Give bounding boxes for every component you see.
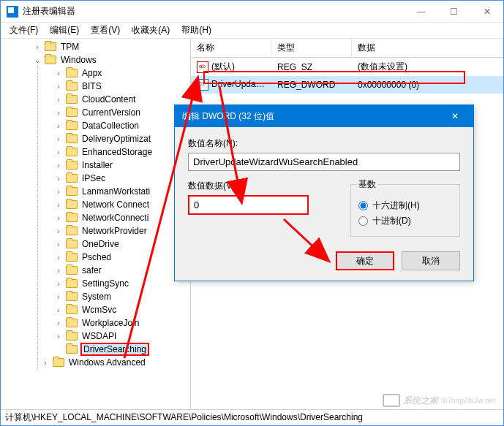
window-controls: — ☐ ✕	[405, 1, 503, 23]
tree-item[interactable]: ›DeliveryOptimizat	[51, 132, 190, 145]
tree-item[interactable]: ›SettingSync	[51, 277, 190, 290]
tree-item[interactable]: ›BITS	[51, 80, 190, 93]
base-fieldset: 基数 十六进制(H) 十进制(D)	[350, 178, 460, 237]
statusbar: 计算机\HKEY_LOCAL_MACHINE\SOFTWARE\Policies…	[1, 409, 503, 425]
value-name-input[interactable]	[188, 153, 460, 171]
column-type[interactable]: 类型	[271, 39, 352, 57]
tree-item[interactable]: ›safer	[51, 264, 190, 277]
tree-item[interactable]: ›Network Connect	[51, 198, 190, 211]
base-legend: 基数	[357, 178, 377, 191]
tree-item[interactable]: ›WorkplaceJoin	[51, 316, 190, 330]
tree-item[interactable]: ›NetworkProvider	[51, 224, 190, 237]
list-header: 名称 类型 数据	[191, 39, 503, 58]
status-path: 计算机\HKEY_LOCAL_MACHINE\SOFTWARE\Policies…	[5, 411, 363, 424]
tree-item[interactable]: ›WSDAPI	[51, 330, 190, 343]
column-data[interactable]: 数据	[352, 39, 503, 57]
close-button[interactable]: ✕	[470, 1, 503, 23]
dialog-close-button[interactable]: ✕	[444, 105, 466, 127]
radio-hex-input[interactable]	[358, 201, 368, 210]
menubar: 文件(F) 编辑(E) 查看(V) 收藏夹(A) 帮助(H)	[1, 23, 503, 39]
folder-icon	[45, 42, 56, 51]
radio-dec[interactable]: 十进制(D)	[358, 215, 452, 227]
radio-hex[interactable]: 十六进制(H)	[358, 199, 452, 212]
value-data-input[interactable]	[188, 195, 309, 215]
value-data-label: 数值数据(V):	[188, 180, 336, 192]
tree-item[interactable]: ›Installer	[51, 159, 190, 172]
tree-item[interactable]: ›System	[51, 290, 190, 303]
column-name[interactable]: 名称	[191, 39, 271, 57]
folder-icon	[45, 56, 56, 64]
tree-item[interactable]: ›CurrentVersion	[51, 106, 190, 119]
list-row[interactable]: DriverUpdate...REG_DWORD0x00000000 (0)	[191, 76, 503, 94]
maximize-button[interactable]: ☐	[437, 1, 470, 23]
tree-item[interactable]: ›DataCollection	[51, 119, 190, 132]
tree-item[interactable]: ›Psched	[51, 251, 190, 264]
list-row[interactable]: (默认)REG_SZ(数值未设置)	[191, 58, 503, 76]
menu-help[interactable]: 帮助(H)	[176, 23, 217, 38]
cancel-button[interactable]: 取消	[402, 251, 460, 270]
watermark-logo-icon	[383, 394, 400, 407]
tree-item[interactable]: ›Windows Advanced	[38, 356, 190, 369]
dialog-title: 编辑 DWORD (32 位)值	[182, 110, 444, 123]
tree-item-tpm[interactable]: › TPM	[30, 40, 190, 53]
minimize-button[interactable]: —	[405, 1, 437, 23]
tree-item[interactable]: ›Appx	[51, 66, 190, 80]
menu-favorites[interactable]: 收藏夹(A)	[126, 23, 176, 38]
titlebar: 注册表编辑器 — ☐ ✕	[1, 1, 503, 23]
tree-item[interactable]: ›NetworkConnecti	[51, 211, 190, 224]
tree-item-driversearching[interactable]: DriverSearching	[51, 343, 190, 356]
tree-item-windows[interactable]: ⌄ Windows	[30, 53, 190, 66]
ok-button[interactable]: 确定	[336, 251, 394, 270]
menu-file[interactable]: 文件(F)	[4, 23, 44, 38]
window-title: 注册表编辑器	[23, 5, 405, 18]
app-icon	[7, 6, 18, 18]
menu-edit[interactable]: 编辑(E)	[44, 23, 85, 38]
menu-view[interactable]: 查看(V)	[85, 23, 126, 38]
tree-item[interactable]: ›EnhancedStorage	[51, 145, 190, 159]
tree-item[interactable]: ›OneDrive	[51, 237, 190, 251]
tree-item[interactable]: ›IPSec	[51, 172, 190, 185]
tree-item[interactable]: ›WcmSvc	[51, 303, 190, 316]
radio-dec-input[interactable]	[358, 216, 368, 226]
tree-item[interactable]: ›CloudContent	[51, 93, 190, 106]
tree-item[interactable]: ›LanmanWorkstati	[51, 185, 190, 198]
edit-dword-dialog: 编辑 DWORD (32 位)值 ✕ 数值名称(N): 数值数据(V): 基数 …	[174, 104, 474, 281]
watermark: 系统之家 XiTongZhiJia.net	[383, 394, 495, 407]
registry-tree-pane[interactable]: › TPM ⌄ Windows ›Appx›BITS›CloudContent›…	[1, 39, 191, 409]
value-name-label: 数值名称(N):	[188, 137, 460, 150]
dialog-titlebar: 编辑 DWORD (32 位)值 ✕	[175, 105, 473, 127]
